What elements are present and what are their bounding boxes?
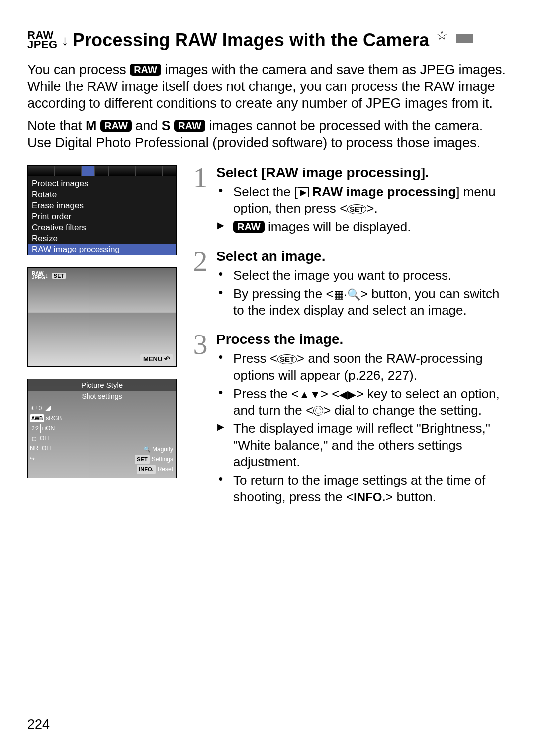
info-button-icon: INFO. <box>354 490 385 504</box>
content-columns: Protect images Rotate Erase images Print… <box>27 165 510 518</box>
step-title: Select an image. <box>216 249 510 264</box>
steps-column: 1 Select [RAW image processing]. Select … <box>191 165 510 518</box>
intro-paragraph-2: Note that M RAW and S RAW images cannot … <box>27 118 510 152</box>
menu-tab-row <box>28 166 176 176</box>
camera-menu-screenshot: Protect images Rotate Erase images Print… <box>27 165 177 255</box>
up-down-key-icon: ▲▼ <box>299 388 321 401</box>
screenshots-column: Protect images Rotate Erase images Print… <box>27 165 177 518</box>
dial-icon <box>313 406 323 416</box>
step-title: Process the image. <box>216 332 510 347</box>
step-result: The displayed image will reflect "Bright… <box>216 420 510 470</box>
raw-badge-icon: RAW <box>100 120 132 132</box>
title-row: RAW JPEG ↓ Processing RAW Images with th… <box>27 30 510 51</box>
intro-paragraph-1: You can process RAW images with the came… <box>27 62 510 112</box>
step-number: 3 <box>191 332 209 507</box>
section-marker-icon <box>456 34 473 43</box>
index-magnify-icon: ▦·🔍 <box>334 288 360 301</box>
step-2: 2 Select an image. Select the image you … <box>191 249 510 321</box>
settings-icon-grid: ☀±0 ◢L AWBsRGB 3:2□ON ▢OFF NR OFF ↪ <box>30 403 62 464</box>
menu-item-highlighted: RAW image processing <box>28 244 176 255</box>
raw-jpeg-set-badge: RAWJPEG↓ SET <box>32 272 66 280</box>
settings-subheader: Shot settings <box>28 391 176 401</box>
menu-item: Print order <box>32 211 172 222</box>
menu-item: Resize <box>32 233 172 244</box>
menu-item: Rotate <box>32 189 172 200</box>
raw-badge-icon: RAW <box>174 120 205 132</box>
raw-jpeg-down-icon: RAW JPEG ↓ <box>27 31 66 49</box>
step-3: 3 Process the image. Press <SET> and soo… <box>191 332 510 507</box>
left-right-key-icon: ◀▶ <box>339 388 356 401</box>
star-icon: ☆ <box>436 28 448 43</box>
step-bullet: Press <SET> and soon the RAW-processing … <box>216 350 510 384</box>
raw-badge-icon: RAW <box>233 221 265 233</box>
step-bullet: Press the <▲▼> <◀▶> key to select an opt… <box>216 386 510 419</box>
page-number: 224 <box>27 717 50 732</box>
page-title: Processing RAW Images with the Camera <box>73 30 430 51</box>
set-button-icon: SET <box>347 204 366 214</box>
step-1: 1 Select [RAW image processing]. Select … <box>191 165 510 238</box>
menu-item: Protect images <box>32 178 172 189</box>
step-number: 2 <box>191 249 209 321</box>
settings-actions: 🔍 Magnify SETSettings INFO.Reset <box>135 444 173 475</box>
separator <box>27 159 510 159</box>
step-bullet: Select the [▶ RAW image processing] menu… <box>216 184 510 217</box>
menu-list: Protect images Rotate Erase images Print… <box>28 176 176 257</box>
step-title: Select [RAW image processing]. <box>216 165 510 181</box>
step-result: RAW images will be displayed. <box>216 219 510 235</box>
step-number: 1 <box>191 165 209 238</box>
camera-raw-settings-screenshot: Picture Style Shot settings ☀±0 ◢L AWBsR… <box>27 379 177 478</box>
menu-item: Creative filters <box>32 222 172 233</box>
camera-playback-screenshot: RAWJPEG↓ SET MENU ↶ <box>27 267 177 367</box>
menu-return-badge: MENU ↶ <box>140 354 173 363</box>
step-bullet: Select the image you want to process. <box>216 267 510 284</box>
playback-icon: ▶ <box>298 187 309 197</box>
step-bullet: To return to the image settings at the t… <box>216 472 510 505</box>
settings-header: Picture Style <box>28 379 176 391</box>
menu-item: Erase images <box>32 200 172 211</box>
raw-badge-icon: RAW <box>130 64 161 76</box>
step-bullet: By pressing the <▦·🔍> button, you can sw… <box>216 286 510 319</box>
manual-page: RAW JPEG ↓ Processing RAW Images with th… <box>0 0 537 756</box>
set-button-icon: SET <box>277 354 297 364</box>
